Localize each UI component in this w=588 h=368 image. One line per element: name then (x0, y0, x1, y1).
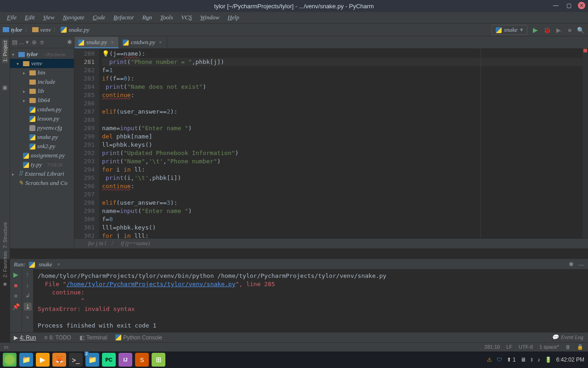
caret-position[interactable]: 281:10 (485, 344, 500, 350)
project-tool-tab[interactable]: 1: Project (2, 39, 8, 63)
indent-info[interactable]: 1 space* (539, 344, 559, 350)
event-log-button[interactable]: 💬 Event Log (552, 334, 583, 341)
file-encoding[interactable]: UTF-8 (519, 344, 533, 350)
favorites-tool-tab[interactable]: 2: Favorites (2, 251, 8, 277)
tree-item[interactable]: include (38, 78, 55, 86)
tree-item[interactable]: cntdwn.py (37, 106, 62, 113)
search-everywhere-button[interactable]: 🔍 (577, 27, 584, 34)
error-file-link[interactable]: /home/tylor/PycharmProjects/tylor/venv/s… (67, 281, 236, 288)
tree-item[interactable]: bin (38, 69, 45, 76)
tray-clock[interactable]: 6:42:02 PM (556, 356, 584, 363)
taskbar-pycharm[interactable]: PC (102, 353, 116, 367)
menu-window[interactable]: Window (197, 13, 223, 22)
tree-item[interactable]: lib (38, 87, 44, 95)
soft-wrap-icon[interactable]: ↲ (25, 292, 30, 299)
close-tab-icon[interactable]: × (159, 39, 162, 46)
stop-run-button[interactable]: ■ (14, 282, 18, 289)
structure-tool-tab[interactable]: 7: Structure (2, 222, 8, 248)
taskbar-intellij[interactable]: IJ (119, 353, 132, 367)
tree-item[interactable]: ty.py (31, 161, 42, 168)
tree-item[interactable]: lesson.py (37, 115, 59, 122)
menu-view[interactable]: View (40, 13, 58, 22)
lock-icon[interactable]: 🔒 (577, 344, 583, 350)
breadcrumb-file[interactable]: snake.py (68, 26, 89, 34)
pin-button[interactable]: 📌 (12, 303, 20, 310)
tree-scratches[interactable]: Scratches and Co (25, 179, 68, 187)
menu-help[interactable]: Help (225, 13, 243, 22)
tray-display-icon[interactable]: 🖥 (520, 356, 526, 363)
code-content[interactable]: 💡(j==name): print("Phone number = ",phbk… (99, 49, 588, 238)
menu-run[interactable]: Run (139, 13, 155, 22)
maximize-button[interactable]: ▢ (565, 2, 572, 9)
taskbar-terminal[interactable]: >_ (69, 353, 83, 367)
more-icon[interactable]: » (26, 314, 29, 320)
run-minimize-icon[interactable]: — (578, 261, 584, 268)
taskbar-sublime[interactable]: S (135, 353, 149, 367)
project-view-combo[interactable]: ▤ ... ▾ (12, 39, 29, 46)
taskbar-files[interactable]: 📁 (19, 353, 33, 367)
rerun-button[interactable]: ▶ (13, 271, 18, 278)
bottom-tab-pyconsole[interactable]: Python Console (115, 334, 162, 341)
tray-warning-icon[interactable]: ⚠ (487, 356, 492, 363)
close-button[interactable]: ✕ (578, 2, 585, 9)
run-coverage-button[interactable]: ▶. (556, 27, 563, 34)
tree-root[interactable]: tylor (27, 51, 38, 58)
favorites-star-icon[interactable]: ★ (0, 281, 10, 288)
tray-updates-icon[interactable]: ⬆ 1 (507, 356, 516, 363)
run-button[interactable]: ▶ (533, 26, 538, 34)
tray-music-icon[interactable]: ♪ (537, 356, 540, 363)
taskbar-media[interactable]: ▶ (36, 353, 50, 367)
scroll-end-icon[interactable]: ⤓ (24, 303, 32, 310)
layout-button[interactable]: ≡ (14, 293, 18, 299)
bookmark-icon[interactable]: ▣ (0, 84, 10, 91)
breadcrumb-item[interactable]: if (j==name) (121, 240, 150, 247)
locate-icon[interactable]: ⊕ (32, 39, 37, 46)
breadcrumb-dir[interactable]: venv (40, 26, 51, 34)
project-tree[interactable]: ▾tylor ~/Pycharm ▾venv ▸bin include ▸lib… (10, 48, 74, 189)
tree-item[interactable]: snake.py (37, 133, 58, 141)
memory-icon[interactable]: 🗑 (565, 344, 571, 350)
taskbar-files2[interactable]: 📁2 (85, 353, 99, 367)
editor-tab-snake[interactable]: snake.py× (74, 37, 119, 48)
line-separator[interactable]: LF (506, 344, 512, 350)
menu-navigate[interactable]: Navigate (60, 13, 88, 22)
tray-shield-icon[interactable]: 🛡 (497, 356, 502, 363)
tree-item[interactable]: pyvenv.cfg (37, 124, 62, 132)
up-stack-icon[interactable]: ↑ (26, 271, 29, 278)
tree-item[interactable]: assignment.py (31, 152, 65, 159)
tray-battery-icon[interactable]: 🔋 (545, 356, 552, 363)
tree-item[interactable]: lib64 (38, 97, 50, 104)
status-left-icon[interactable]: ▭ (4, 344, 8, 350)
taskbar-app[interactable]: ⊞ (152, 353, 165, 367)
breadcrumb-root[interactable]: tylor (11, 26, 23, 34)
stop-button[interactable]: ■ (568, 27, 571, 34)
menu-refactor[interactable]: Refactor (110, 13, 137, 22)
taskbar-firefox[interactable]: 🦊 (52, 353, 66, 367)
bottom-tab-run[interactable]: ▶ 4: Run (14, 334, 36, 341)
down-stack-icon[interactable]: ↓ (26, 282, 29, 288)
menu-edit[interactable]: Edit (22, 13, 38, 22)
collapse-icon[interactable]: ≑ (40, 39, 45, 46)
minimize-button[interactable]: — (552, 2, 560, 9)
menu-vcs[interactable]: VCS (178, 13, 195, 22)
bottom-tab-todo[interactable]: ≡ 6: TODO (44, 334, 71, 341)
tree-venv[interactable]: venv (31, 60, 42, 67)
console-output[interactable]: /home/tylor/PycharmProjects/tylor/venv/b… (33, 269, 588, 333)
tree-item[interactable]: snk2.py (37, 143, 55, 150)
start-menu-button[interactable] (3, 353, 17, 367)
code-area[interactable]: 2802812822832842852862872882892902912922… (74, 49, 588, 238)
run-config-selector[interactable]: snake ▾ (492, 25, 527, 35)
error-stripe[interactable] (582, 49, 588, 238)
tray-network-icon[interactable]: ⫴ (531, 356, 533, 363)
editor-tab-cntdwn[interactable]: cntdwn.py× (119, 37, 167, 48)
settings-icon[interactable]: ✱ (67, 39, 72, 46)
bottom-tab-terminal[interactable]: ◧ Terminal (79, 334, 107, 341)
tree-external-libs[interactable]: External Librari (25, 170, 64, 178)
menu-code[interactable]: Code (90, 13, 108, 22)
menu-file[interactable]: File (4, 13, 20, 22)
close-tab-icon[interactable]: × (111, 39, 114, 46)
run-settings-icon[interactable]: ✱ (569, 261, 574, 268)
menu-tools[interactable]: Tools (157, 13, 176, 22)
breadcrumb-item[interactable]: for j in l (88, 240, 106, 247)
debug-button[interactable]: 🐞 (543, 27, 551, 34)
